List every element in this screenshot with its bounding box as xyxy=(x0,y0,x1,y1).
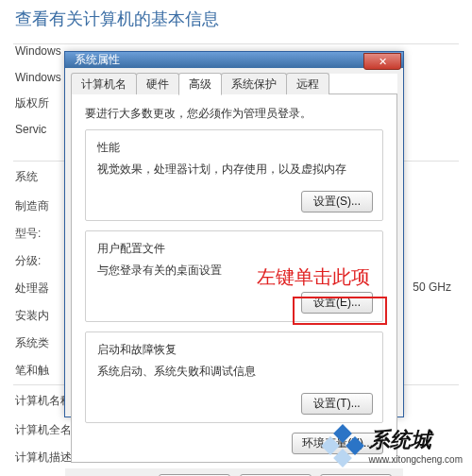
dialog-title: 系统属性 xyxy=(75,52,120,68)
group-startup-title: 启动和故障恢复 xyxy=(97,342,373,358)
performance-settings-button[interactable]: 设置(S)... xyxy=(301,191,373,212)
watermark-logo-icon xyxy=(324,427,362,465)
page-title: 查看有关计算机的基本信息 xyxy=(0,0,472,43)
tab-computer-name[interactable]: 计算机名 xyxy=(71,73,137,94)
admin-hint: 要进行大多数更改，您必须作为管理员登录。 xyxy=(85,106,383,122)
group-user-profile-title: 用户配置文件 xyxy=(97,241,373,257)
dialog-titlebar[interactable]: 系统属性 ✕ xyxy=(65,52,403,68)
watermark-text: 系统城 xyxy=(369,426,464,454)
user-profile-settings-button[interactable]: 设置(E)... xyxy=(301,292,373,314)
watermark-url: www.xitongcheng.com xyxy=(369,454,464,465)
system-properties-dialog: 系统属性 ✕ 计算机名 硬件 高级 系统保护 远程 要进行大多数更改，您必须作为… xyxy=(64,51,404,417)
annotation-text: 左键单击此项 xyxy=(257,264,370,290)
startup-settings-button[interactable]: 设置(T)... xyxy=(301,393,373,415)
tab-hardware[interactable]: 硬件 xyxy=(136,73,179,94)
close-button[interactable]: ✕ xyxy=(363,53,401,70)
group-startup-desc: 系统启动、系统失败和调试信息 xyxy=(97,364,373,380)
dialog-buttons: 确定 取消 应用(A) xyxy=(65,468,403,476)
tab-advanced[interactable]: 高级 xyxy=(178,73,222,95)
close-icon: ✕ xyxy=(379,56,387,68)
tab-remote[interactable]: 远程 xyxy=(286,73,329,94)
watermark: 系统城 www.xitongcheng.com xyxy=(324,426,464,465)
tab-system-protection[interactable]: 系统保护 xyxy=(221,73,287,94)
tabs: 计算机名 硬件 高级 系统保护 远程 xyxy=(71,74,397,94)
group-startup-recovery: 启动和故障恢复 系统启动、系统失败和调试信息 设置(T)... xyxy=(85,332,383,423)
group-performance: 性能 视觉效果，处理器计划，内存使用，以及虚拟内存 设置(S)... xyxy=(85,129,383,221)
group-performance-desc: 视觉效果，处理器计划，内存使用，以及虚拟内存 xyxy=(97,162,373,178)
group-performance-title: 性能 xyxy=(97,140,373,156)
